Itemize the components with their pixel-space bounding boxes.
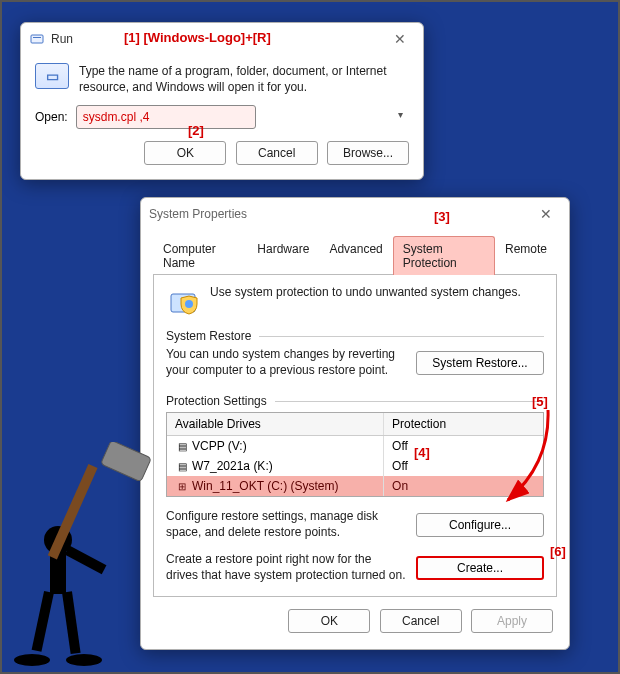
system-properties-dialog: System Properties ✕ Computer Name Hardwa… — [140, 197, 570, 650]
table-row[interactable]: ▤W7_2021a (K:) Off — [167, 456, 543, 476]
table-row-selected[interactable]: ⊞Win_11_OKT (C:) (System) On — [167, 476, 543, 496]
drive-icon: ⊞ — [175, 481, 189, 492]
open-label: Open: — [35, 110, 68, 124]
table-row[interactable]: ▤VCPP (V:) Off — [167, 436, 543, 456]
drive-protection: Off — [384, 456, 543, 476]
svg-point-8 — [14, 654, 50, 666]
drive-name: Win_11_OKT (C:) (System) — [192, 479, 338, 493]
system-restore-button[interactable]: System Restore... — [416, 351, 544, 375]
close-icon[interactable]: ✕ — [531, 204, 561, 224]
run-title: Run — [51, 32, 385, 46]
create-text: Create a restore point right now for the… — [166, 552, 406, 583]
run-prompt-icon: ▭ — [35, 63, 69, 89]
cancel-button[interactable]: Cancel — [236, 141, 318, 165]
ok-button[interactable]: OK — [288, 609, 370, 633]
svg-rect-0 — [31, 35, 43, 43]
apply-button[interactable]: Apply — [471, 609, 553, 633]
chevron-down-icon[interactable]: ▾ — [398, 109, 403, 120]
svg-point-3 — [185, 300, 193, 308]
svg-rect-11 — [48, 464, 98, 559]
drives-table: Available Drives Protection ▤VCPP (V:) O… — [166, 412, 544, 497]
tab-remote[interactable]: Remote — [495, 236, 557, 275]
tab-hardware[interactable]: Hardware — [247, 236, 319, 275]
svg-rect-1 — [33, 37, 41, 38]
col-available-drives: Available Drives — [167, 413, 384, 435]
tabs: Computer Name Hardware Advanced System P… — [153, 236, 557, 275]
svg-rect-7 — [62, 591, 81, 654]
drive-name: W7_2021a (K:) — [192, 459, 273, 473]
drive-protection: Off — [384, 436, 543, 456]
browse-button[interactable]: Browse... — [327, 141, 409, 165]
run-description: Type the name of a program, folder, docu… — [79, 63, 409, 95]
run-app-icon — [29, 31, 45, 47]
shield-icon — [166, 285, 200, 319]
tab-computer-name[interactable]: Computer Name — [153, 236, 247, 275]
drive-name: VCPP (V:) — [192, 439, 247, 453]
tab-advanced[interactable]: Advanced — [319, 236, 392, 275]
create-button[interactable]: Create... — [416, 556, 544, 580]
tab-system-protection[interactable]: System Protection — [393, 236, 495, 275]
close-icon[interactable]: ✕ — [385, 29, 415, 49]
svg-point-4 — [44, 526, 72, 554]
worker-hammer-icon — [10, 442, 160, 672]
svg-rect-5 — [50, 550, 66, 594]
open-input[interactable] — [76, 105, 256, 129]
configure-text: Configure restore settings, manage disk … — [166, 509, 406, 540]
run-dialog: Run ✕ ▭ Type the name of a program, fold… — [20, 22, 424, 180]
configure-button[interactable]: Configure... — [416, 513, 544, 537]
cancel-button[interactable]: Cancel — [380, 609, 462, 633]
group-protection-settings: Protection Settings — [166, 394, 267, 408]
svg-rect-10 — [65, 546, 107, 575]
ok-button[interactable]: OK — [144, 141, 226, 165]
sysprops-title: System Properties — [149, 207, 531, 221]
tab-content: Use system protection to undo unwanted s… — [153, 275, 557, 597]
drive-protection: On — [384, 476, 543, 496]
drive-icon: ▤ — [175, 441, 189, 452]
group-system-restore: System Restore — [166, 329, 251, 343]
sysprops-titlebar: System Properties ✕ — [141, 198, 569, 230]
restore-text: You can undo system changes by reverting… — [166, 347, 406, 378]
svg-point-9 — [66, 654, 102, 666]
intro-text: Use system protection to undo unwanted s… — [210, 285, 544, 301]
svg-rect-6 — [32, 591, 54, 652]
col-protection: Protection — [384, 413, 543, 435]
run-titlebar: Run ✕ — [21, 23, 423, 55]
drive-icon: ▤ — [175, 461, 189, 472]
